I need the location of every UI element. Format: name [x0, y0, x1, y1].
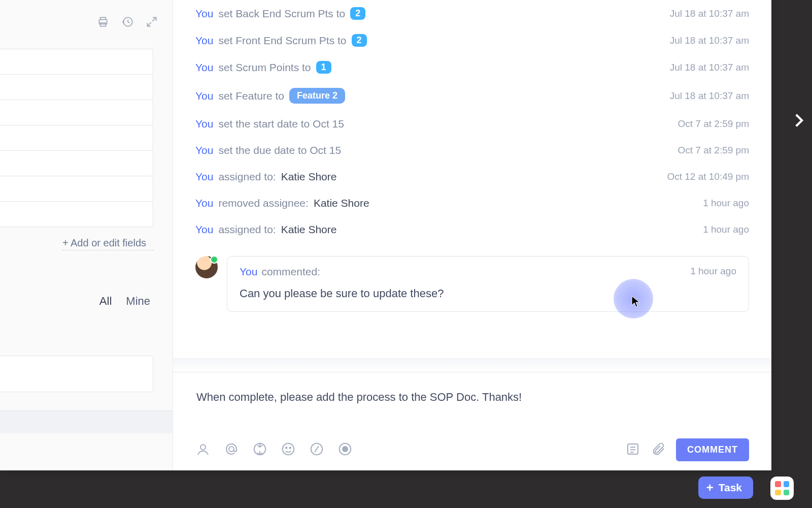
activity-action: assigned to: [218, 171, 276, 183]
mention-person-icon[interactable] [195, 441, 211, 459]
activity-row: You set the due date to Oct 15 Oct 7 at … [195, 137, 749, 164]
print-icon[interactable] [96, 15, 110, 30]
filter-all[interactable]: All [99, 295, 112, 308]
comment-label: commented: [261, 266, 320, 278]
activity-row: You set Back End Scrum Pts to 2 Jul 18 a… [195, 0, 749, 27]
comment-user: You [240, 266, 257, 278]
priority-icon[interactable] [252, 441, 267, 459]
activity-time: Jul 18 at 10:37 am [670, 90, 749, 102]
activity-action: set the due date to Oct 15 [218, 144, 341, 156]
activity-row: You assigned to: Katie Shore 1 hour ago [195, 216, 749, 243]
sidebar: + Add or edit fields All Mine [0, 0, 173, 470]
number-badge: 2 [350, 7, 365, 20]
next-task-icon[interactable] [790, 112, 807, 131]
activity-action: set the start date to Oct 15 [218, 118, 344, 130]
attachment-strip [0, 410, 173, 433]
activity-action: assigned to: [218, 224, 276, 236]
activity-user: You [195, 144, 213, 156]
svg-point-8 [290, 447, 291, 449]
activity-time: 1 hour ago [703, 198, 749, 209]
svg-point-4 [229, 447, 234, 452]
expand-icon[interactable] [145, 15, 158, 30]
attachment-box[interactable] [0, 356, 153, 392]
new-task-button[interactable]: + Task [698, 477, 753, 499]
activity-time: Jul 18 at 10:37 am [670, 8, 749, 19]
emoji-icon[interactable] [281, 441, 296, 459]
feature-badge: Feature 2 [289, 88, 345, 104]
activity-user: You [195, 224, 213, 236]
apps-button[interactable] [770, 477, 794, 500]
activity-row: You set Feature to Feature 2 Jul 18 at 1… [195, 81, 749, 111]
activity-row: You set Scrum Points to 1 Jul 18 at 10:3… [195, 54, 749, 81]
svg-rect-1 [100, 23, 106, 26]
activity-action: set Front End Scrum Pts to [218, 35, 346, 47]
at-mention-icon[interactable] [224, 441, 239, 459]
svg-point-3 [200, 444, 206, 450]
task-panel: + Add or edit fields All Mine You set Ba… [0, 0, 771, 470]
field-row[interactable] [0, 125, 153, 151]
activity-log: You set Back End Scrum Pts to 2 Jul 18 a… [173, 0, 771, 358]
activity-action: set Back End Scrum Pts to [218, 8, 345, 20]
comment-input[interactable] [195, 390, 751, 432]
activity-time: Jul 18 at 10:37 am [670, 62, 749, 73]
filter-mine[interactable]: Mine [126, 295, 150, 308]
activity-user: You [195, 8, 213, 20]
comment-time: 1 hour ago [690, 266, 736, 278]
svg-point-11 [343, 447, 348, 452]
activity-time: Oct 12 at 10:49 pm [667, 171, 749, 182]
activity-row: You set Front End Scrum Pts to 2 Jul 18 … [195, 27, 749, 54]
activity-target: Katie Shore [281, 224, 337, 236]
template-icon[interactable] [625, 441, 640, 459]
activity-action: set Feature to [218, 90, 284, 102]
add-edit-fields[interactable]: + Add or edit fields [62, 237, 153, 250]
slash-command-icon[interactable] [309, 441, 324, 459]
activity-user: You [195, 197, 213, 209]
activity-user: You [195, 171, 213, 183]
task-label: Task [719, 482, 742, 494]
activity-time: Jul 18 at 10:37 am [670, 35, 749, 46]
number-badge: 1 [316, 61, 331, 74]
activity-time: 1 hour ago [703, 224, 749, 235]
history-icon[interactable] [121, 15, 134, 30]
activity-target: Katie Shore [281, 171, 337, 183]
activity-row: You set the start date to Oct 15 Oct 7 a… [195, 111, 749, 137]
activity-time: Oct 7 at 2:59 pm [678, 118, 749, 130]
activity-time: Oct 7 at 2:59 pm [678, 145, 749, 156]
field-row[interactable] [0, 49, 153, 75]
activity-user: You [195, 90, 213, 102]
activity-user: You [195, 118, 213, 130]
field-row[interactable] [0, 100, 153, 125]
comment-body: Can you please be sure to update these? [240, 287, 736, 300]
number-badge: 2 [352, 34, 367, 47]
activity-filter: All Mine [99, 295, 150, 308]
custom-fields-list: + Add or edit fields [0, 49, 153, 250]
field-row[interactable] [0, 202, 153, 227]
activity-user: You [195, 35, 213, 47]
comment-button[interactable]: COMMENT [676, 438, 749, 461]
field-row[interactable] [0, 75, 153, 100]
attach-icon[interactable] [651, 441, 666, 459]
activity-action: set Scrum Points to [218, 61, 311, 74]
avatar [195, 256, 218, 278]
activity-target: Katie Shore [314, 197, 369, 209]
svg-point-7 [286, 447, 287, 449]
record-icon[interactable] [337, 441, 353, 459]
activity-user: You [195, 61, 213, 74]
activity-row: You assigned to: Katie Shore Oct 12 at 1… [195, 164, 749, 190]
activity-row: You removed assignee: Katie Shore 1 hour… [195, 190, 749, 216]
comment-composer: COMMENT [173, 372, 771, 470]
svg-point-6 [283, 443, 294, 455]
field-row[interactable] [0, 151, 153, 176]
comment-card[interactable]: You commented: 1 hour ago Can you please… [195, 243, 749, 312]
activity-action: removed assignee: [218, 197, 308, 209]
field-row[interactable] [0, 176, 153, 202]
